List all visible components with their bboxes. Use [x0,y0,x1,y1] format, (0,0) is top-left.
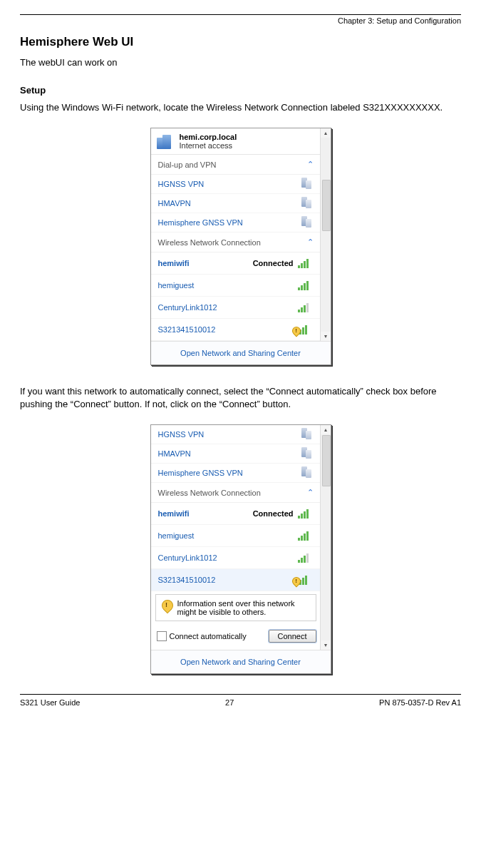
security-warning-text: Information sent over this network might… [177,599,310,616]
wifi-status: Connected [253,509,294,518]
vpn-item[interactable]: HMAVPN [151,194,331,213]
vpn-item[interactable]: HMAVPN [151,444,331,464]
signal-bars-icon [298,531,314,541]
wifi-item[interactable]: hemiguest [151,525,331,547]
wifi-name: CenturyLink1012 [158,303,217,312]
intro-text: The webUI can work on [20,56,461,69]
scroll-up-icon[interactable]: ▴ [321,425,331,434]
wifi-name: hemiwifi [158,509,190,518]
vpn-item[interactable]: HGNSS VPN [151,175,331,194]
vpn-label: Hemisphere GNSS VPN [158,218,243,227]
scroll-down-icon[interactable]: ▾ [321,332,331,341]
connection-icon [299,428,314,441]
vpn-label: HGNSS VPN [158,430,205,439]
wifi-name: hemiguest [158,281,195,290]
chapter-heading: Chapter 3: Setup and Configuration [20,16,461,25]
checkbox-box [157,631,167,641]
page-top-rule [20,14,461,15]
open-network-center-link[interactable]: Open Network and Sharing Center [180,658,301,666]
wireless-section-header[interactable]: Wireless Network Connection ⌃ [151,483,331,503]
scrollbar[interactable]: ▴ ▾ [320,128,331,341]
shield-warning-icon [159,598,175,614]
connection-icon [299,216,314,229]
wifi-item[interactable]: hemiwifi Connected [151,503,331,525]
chevron-up-icon: ⌃ [307,488,314,497]
chevron-up-icon: ⌃ [307,160,314,169]
network-flyout-1: ▴ ▾ hemi.corp.local Internet access Dial… [150,128,331,365]
signal-bars-icon [298,302,314,312]
current-network-header: hemi.corp.local Internet access [151,128,331,155]
setup-heading: Setup [20,85,461,96]
page-footer: S321 User Guide 27 PN 875-0357-D Rev A1 [20,694,461,707]
wifi-item[interactable]: hemiwifi Connected [151,252,331,275]
signal-bars-warning-icon [296,325,314,335]
panel-footer: Open Network and Sharing Center [151,341,331,364]
wifi-item[interactable]: S321341510012 [151,319,331,341]
chevron-up-icon: ⌃ [307,238,314,247]
wifi-name: S321341510012 [158,576,216,584]
wireless-section-header[interactable]: Wireless Network Connection ⌃ [151,233,331,252]
vpn-label: Hemisphere GNSS VPN [158,469,243,477]
vpn-item[interactable]: Hemisphere GNSS VPN [151,464,331,483]
wifi-item[interactable]: CenturyLink1012 [151,297,331,319]
scroll-up-icon[interactable]: ▴ [321,128,331,138]
footer-left: S321 User Guide [20,698,80,707]
scroll-down-icon[interactable]: ▾ [321,640,331,650]
vpn-label: HGNSS VPN [158,180,205,188]
security-warning-box: Information sent over this network might… [155,594,316,621]
server-icon [157,133,175,149]
wireless-section-label: Wireless Network Connection [158,489,261,497]
figure-1: ▴ ▾ hemi.corp.local Internet access Dial… [20,128,461,365]
connect-auto-checkbox[interactable]: Connect automatically [157,631,247,641]
signal-bars-icon [298,258,314,268]
network-flyout-2: ▴ ▾ HGNSS VPN HMAVPN Hemisphere GNSS VPN… [150,424,331,674]
mid-text: If you want this network to automaticall… [20,385,461,410]
vpn-item[interactable]: HGNSS VPN [151,425,331,444]
wifi-name: hemiwifi [158,259,190,267]
vpn-label: HMAVPN [158,449,191,458]
wifi-name: CenturyLink1012 [158,553,217,562]
connection-icon [299,178,314,190]
vpn-item[interactable]: Hemisphere GNSS VPN [151,213,331,233]
connection-icon [299,466,314,479]
open-network-center-link[interactable]: Open Network and Sharing Center [180,349,301,357]
signal-bars-icon [298,509,314,519]
signal-bars-warning-icon [296,575,314,585]
scroll-thumb[interactable] [322,435,331,486]
dialup-section-label: Dial-up and VPN [158,160,217,169]
connect-button[interactable]: Connect [269,630,316,643]
scrollbar[interactable]: ▴ ▾ [320,425,331,650]
setup-text: Using the Windows Wi-Fi network, locate … [20,101,461,114]
connect-auto-label: Connect automatically [170,632,247,640]
footer-right: PN 875-0357-D Rev A1 [379,698,461,707]
scroll-thumb[interactable] [322,180,331,231]
page-title: Hemisphere Web UI [20,35,461,49]
signal-bars-icon [298,280,314,290]
wifi-item-selected[interactable]: S321341510012 [151,569,331,591]
connection-icon [299,197,314,210]
vpn-label: HMAVPN [158,199,191,208]
wireless-section-label: Wireless Network Connection [158,238,261,247]
signal-bars-icon [298,553,314,563]
connect-row: Connect automatically Connect [151,626,331,650]
wifi-name: hemiguest [158,531,195,540]
wifi-item[interactable]: hemiguest [151,275,331,297]
wifi-name: S321341510012 [158,325,216,334]
host-status: Internet access [180,141,237,150]
wifi-status: Connected [253,259,294,267]
figure-2: ▴ ▾ HGNSS VPN HMAVPN Hemisphere GNSS VPN… [20,424,461,674]
host-name: hemi.corp.local [180,133,237,141]
panel-footer: Open Network and Sharing Center [151,650,331,673]
connection-icon [299,447,314,460]
wifi-item[interactable]: CenturyLink1012 [151,547,331,569]
dialup-section-header[interactable]: Dial-up and VPN ⌃ [151,155,331,175]
footer-page-number: 27 [225,698,234,707]
